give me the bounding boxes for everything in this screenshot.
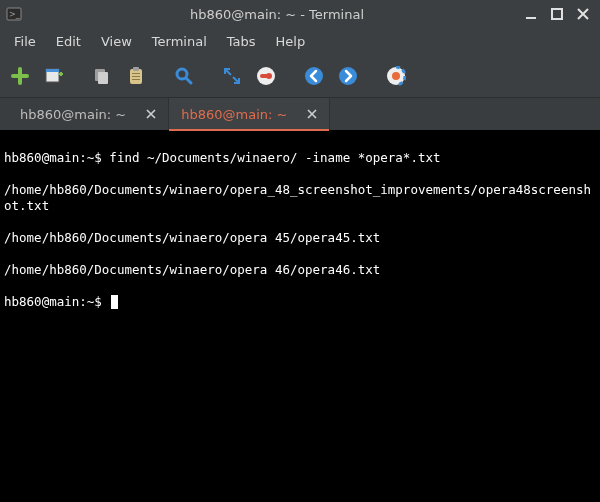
menu-edit[interactable]: Edit <box>46 30 91 53</box>
svg-rect-10 <box>132 73 140 74</box>
terminal-line: /home/hb860/Documents/winaero/opera 45/o… <box>4 230 596 246</box>
svg-rect-2 <box>526 17 536 19</box>
prompt: hb860@main:~$ <box>4 150 109 165</box>
terminal-line: hb860@main:~$ <box>4 294 596 310</box>
tab-label: hb860@main: ~ <box>20 107 126 122</box>
help-button[interactable] <box>382 62 410 90</box>
search-button[interactable] <box>170 62 198 90</box>
terminal-line: hb860@main:~$ find ~/Documents/winaero/ … <box>4 150 596 166</box>
menubar: File Edit View Terminal Tabs Help <box>0 28 600 54</box>
svg-rect-7 <box>98 72 108 84</box>
window-controls <box>524 7 594 21</box>
menu-tabs[interactable]: Tabs <box>217 30 266 53</box>
tab-close-icon[interactable] <box>307 107 317 122</box>
back-button[interactable] <box>300 62 328 90</box>
svg-rect-3 <box>552 9 562 19</box>
svg-point-18 <box>339 67 357 85</box>
tab-2[interactable]: hb860@main: ~ <box>169 98 330 130</box>
cursor <box>111 295 118 309</box>
window-titlebar: >_ hb860@main: ~ - Terminal <box>0 0 600 28</box>
new-window-button[interactable] <box>40 62 68 90</box>
preferences-button[interactable] <box>252 62 280 90</box>
command-text: find ~/Documents/winaero/ -iname *opera*… <box>109 150 440 165</box>
prompt: hb860@main:~$ <box>4 294 109 309</box>
svg-rect-9 <box>133 67 139 71</box>
app-icon: >_ <box>6 6 22 22</box>
maximize-button[interactable] <box>550 7 564 21</box>
terminal-output[interactable]: hb860@main:~$ find ~/Documents/winaero/ … <box>0 130 600 502</box>
menu-help[interactable]: Help <box>266 30 316 53</box>
fullscreen-button[interactable] <box>218 62 246 90</box>
svg-rect-12 <box>132 79 140 80</box>
paste-button[interactable] <box>122 62 150 90</box>
tabbar: hb860@main: ~ hb860@main: ~ <box>0 98 600 130</box>
terminal-line: /home/hb860/Documents/winaero/opera_48_s… <box>4 182 596 214</box>
tab-close-icon[interactable] <box>146 107 156 122</box>
window-title: hb860@main: ~ - Terminal <box>30 7 524 22</box>
terminal-line: /home/hb860/Documents/winaero/opera 46/o… <box>4 262 596 278</box>
svg-point-16 <box>266 73 272 79</box>
menu-file[interactable]: File <box>4 30 46 53</box>
menu-view[interactable]: View <box>91 30 142 53</box>
svg-rect-11 <box>132 76 140 77</box>
toolbar <box>0 54 600 98</box>
tab-1[interactable]: hb860@main: ~ <box>8 98 169 130</box>
tab-label: hb860@main: ~ <box>181 107 287 122</box>
forward-button[interactable] <box>334 62 362 90</box>
minimize-button[interactable] <box>524 7 538 21</box>
svg-point-17 <box>305 67 323 85</box>
close-button[interactable] <box>576 7 590 21</box>
svg-point-20 <box>392 72 400 80</box>
svg-text:>_: >_ <box>9 10 21 19</box>
new-tab-button[interactable] <box>6 62 34 90</box>
svg-rect-5 <box>46 69 59 72</box>
copy-button[interactable] <box>88 62 116 90</box>
menu-terminal[interactable]: Terminal <box>142 30 217 53</box>
